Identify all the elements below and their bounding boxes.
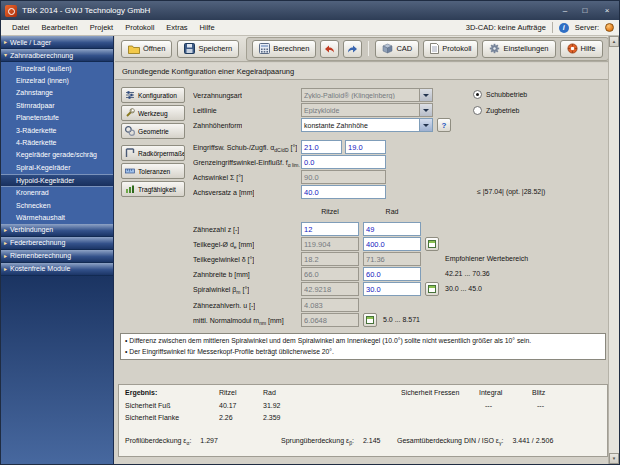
- redo-arrow-icon: [347, 44, 358, 54]
- normalmodul-lookup-button[interactable]: [363, 313, 377, 327]
- nav-geometrie-button[interactable]: Geometrie: [121, 123, 185, 139]
- zugbetrieb-radio[interactable]: Zugbetrieb: [473, 106, 519, 115]
- sidebar-section-welle-lager[interactable]: ▸ Welle / Lager: [1, 36, 113, 49]
- schubbetrieb-radio[interactable]: Schubbetrieb: [473, 90, 527, 99]
- gear-pair-icon: [125, 126, 135, 136]
- zahnhoehenform-label: Zahnhöhenform: [193, 121, 242, 130]
- sidebar-section-zahnradberechnung[interactable]: ▾ Zahnradberechnung: [1, 49, 113, 62]
- sidebar: ▸ Welle / Lager ▾ Zahnradberechnung Einz…: [1, 36, 114, 464]
- zahnhoehenform-select[interactable]: konstante Zahnhöhe: [301, 118, 433, 132]
- page-title-text: Grundlegende Konfiguration einer Kegelra…: [122, 67, 294, 76]
- calculate-button[interactable]: Berechnen: [252, 40, 316, 58]
- eingriffswinkel-schub-input[interactable]: [301, 140, 342, 154]
- column-header-ritzel: Ritzel: [301, 208, 359, 215]
- sidebar-section-riemenberechnung[interactable]: ▸ Riemenberechnung: [1, 250, 113, 263]
- scroll-up-icon[interactable]: ▲: [609, 36, 619, 47]
- achsversatz-input[interactable]: [301, 185, 386, 199]
- undo-button[interactable]: [320, 40, 339, 58]
- menu-datei[interactable]: Datei: [6, 20, 36, 35]
- help-button[interactable]: Hilfe: [560, 40, 603, 58]
- cad-button[interactable]: CAD: [375, 40, 419, 58]
- sidebar-item-4-raederkette[interactable]: 4-Räderkette: [1, 136, 113, 148]
- menu-extras[interactable]: Extras: [160, 20, 193, 35]
- spiralwinkel-lookup-button[interactable]: [425, 282, 439, 296]
- server-label: Server:: [575, 23, 599, 32]
- zaehnezahl-ritzel-input[interactable]: [301, 222, 359, 236]
- zaehnezahl-rad-input[interactable]: [363, 222, 421, 236]
- nav-label: Tragfähigkeit: [138, 186, 176, 193]
- nav-toleranzen-button[interactable]: Toleranzen: [121, 163, 185, 179]
- table-lookup-icon: [428, 240, 436, 248]
- nav-label: Geometrie: [138, 128, 169, 135]
- label-unit: [°]: [289, 144, 298, 151]
- menu-protokoll[interactable]: Protokoll: [119, 20, 160, 35]
- sidebar-item-3-raederkette[interactable]: 3-Räderkette: [1, 124, 113, 136]
- grenzeingriffswinkel-input[interactable]: [301, 155, 386, 169]
- sidebar-item-zahnstange[interactable]: Zahnstange: [1, 87, 113, 99]
- label-text: Sprungüberdeckung ε: [281, 437, 349, 444]
- nav-label: Werkzeug: [138, 110, 168, 117]
- scroll-down-icon[interactable]: ▼: [609, 453, 619, 464]
- info-icon[interactable]: i: [559, 23, 569, 33]
- section-label: Verbindungen: [10, 226, 53, 233]
- leitlinie-select: Epizykloide: [301, 103, 433, 117]
- sidebar-item-schnecken[interactable]: Schnecken: [1, 199, 113, 211]
- window-title: TBK 2014 - GWJ Technology GmbH: [22, 6, 555, 15]
- menu-hilfe[interactable]: Hilfe: [194, 20, 221, 35]
- protocol-button[interactable]: Protokoll: [423, 40, 478, 58]
- sidebar-item-spiral-kegelraeder[interactable]: Spiral-Kegelräder: [1, 161, 113, 173]
- main-panel: Öffnen Speichern Berechnen: [115, 36, 619, 464]
- achswinkel-input: [301, 170, 386, 184]
- open-button[interactable]: Öffnen: [121, 40, 172, 58]
- sidebar-item-hypoid-kegelraeder[interactable]: Hypoid-Kegelräder: [1, 174, 113, 187]
- nav-werkzeug-button[interactable]: Werkzeug: [121, 105, 185, 121]
- label-text: Gesamtüberdeckung DIN / ISO ε: [397, 437, 499, 444]
- zaehnezahl-label: Zähnezahl z [-]: [193, 225, 239, 234]
- save-button[interactable]: Speichern: [177, 40, 239, 58]
- gesamtueberdeckung: Gesamtüberdeckung DIN / ISO εγ:3.441 / 2…: [397, 437, 553, 446]
- menu-projekt[interactable]: Projekt: [84, 20, 119, 35]
- toolbar-group: Berechnen CAD Protokoll: [246, 37, 608, 61]
- sidebar-section-federberechnung[interactable]: ▸ Federberechnung: [1, 237, 113, 250]
- column-header-rad: Rad: [363, 208, 421, 215]
- maximize-icon[interactable]: □: [575, 1, 595, 20]
- app-icon[interactable]: [5, 5, 17, 17]
- sidebar-item-stirnradpaar[interactable]: Stirnradpaar: [1, 99, 113, 111]
- sprungueberdeckung: Sprungüberdeckung εβ:2.145: [281, 437, 381, 446]
- sicherheit-flanke-label: Sicherheit Flanke: [125, 414, 179, 421]
- spiralwinkel-rad-input[interactable]: [363, 282, 421, 296]
- nav-konfiguration-button[interactable]: Konfiguration: [121, 87, 185, 103]
- folder-icon: [128, 44, 140, 54]
- cad-status-text: 3D-CAD: keine Aufträge: [466, 23, 546, 32]
- sidebar-item-kegelraeder-gerade-schraeg[interactable]: Kegelräder gerade/schräg: [1, 149, 113, 161]
- sidebar-item-waermehaushalt[interactable]: Wärmehaushalt: [1, 211, 113, 223]
- sidebar-item-einzelrad-aussen[interactable]: Einzelrad (außen): [1, 62, 113, 74]
- sidebar-filler: [1, 276, 113, 464]
- teilkegelwinkel-ritzel-input: [301, 252, 359, 266]
- sidebar-section-verbindungen[interactable]: ▸ Verbindungen: [1, 224, 113, 237]
- sidebar-item-einzelrad-innen[interactable]: Einzelrad (innen): [1, 74, 113, 86]
- teilkegel-label: Teilkegel-Ø de [mm]: [193, 240, 254, 252]
- nav-radkoerpermasse-button[interactable]: Radkörpermaße: [121, 145, 185, 161]
- section-label: Riemenberechnung: [10, 252, 71, 259]
- gear-icon: [489, 43, 500, 54]
- section-label: Welle / Lager: [10, 39, 51, 46]
- sidebar-item-planetenstufe[interactable]: Planetenstufe: [1, 112, 113, 124]
- nav-tragfaehigkeit-button[interactable]: Tragfähigkeit: [121, 181, 185, 197]
- teilkegel-rad-input[interactable]: [363, 237, 421, 251]
- teilkegel-lookup-button[interactable]: [425, 237, 439, 251]
- vertical-scrollbar[interactable]: ▲ ▼: [608, 36, 619, 464]
- zahnhoehenform-help-button[interactable]: ?: [437, 118, 451, 132]
- ruler-icon: [125, 166, 135, 176]
- menu-bearbeiten[interactable]: Bearbeiten: [36, 20, 84, 35]
- nav-label: Toleranzen: [138, 168, 170, 175]
- close-icon[interactable]: ×: [595, 1, 619, 20]
- sidebar-section-kostenfreie-module[interactable]: ▸ Kostenfreie Module: [1, 263, 113, 276]
- label-unit: [°]: [241, 286, 250, 293]
- settings-button[interactable]: Einstellungen: [482, 40, 555, 58]
- zahnbreite-rad-input[interactable]: [363, 267, 421, 281]
- redo-button[interactable]: [343, 40, 362, 58]
- minimize-icon[interactable]: –: [555, 1, 575, 20]
- sidebar-item-kronenrad[interactable]: Kronenrad: [1, 187, 113, 199]
- eingriffswinkel-zug-input[interactable]: [345, 140, 386, 154]
